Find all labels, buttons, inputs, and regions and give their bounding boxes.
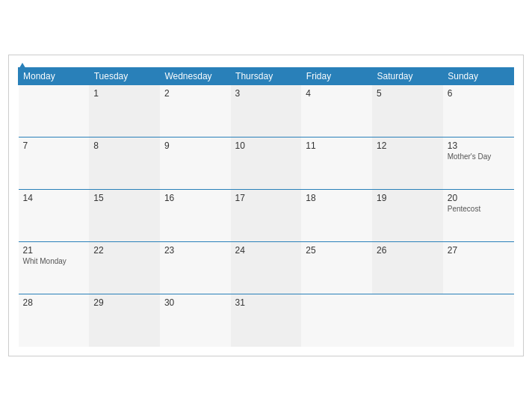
day-cell: 2 [160, 85, 231, 137]
day-cell [372, 294, 443, 347]
day-cell: 29 [89, 294, 160, 347]
day-number: 14 [23, 193, 85, 203]
day-cell: 12 [372, 137, 443, 190]
day-cell: 10 [231, 137, 302, 190]
day-event: Mother's Day [448, 152, 510, 161]
day-cell: 28 [19, 294, 90, 347]
week-row-5: 28293031 [19, 294, 514, 347]
week-row-1: 123456 [19, 85, 514, 137]
day-cell: 3 [231, 85, 302, 137]
weekday-header-thursday: Thursday [231, 68, 302, 85]
day-cell: 1 [89, 85, 160, 137]
week-row-3: 14151617181920Pentecost [19, 190, 514, 242]
day-cell: 24 [231, 242, 302, 294]
week-row-4: 21Whit Monday222324252627 [19, 242, 514, 294]
day-cell: 9 [160, 137, 231, 190]
day-cell: 4 [301, 85, 372, 137]
weekday-header-wednesday: Wednesday [160, 68, 231, 85]
day-number: 12 [377, 140, 439, 151]
day-number: 28 [23, 297, 85, 308]
day-number: 30 [164, 297, 226, 308]
day-number: 27 [448, 245, 510, 256]
day-cell: 18 [301, 190, 372, 242]
day-number: 31 [235, 297, 297, 308]
day-cell [301, 294, 372, 347]
day-number: 5 [377, 88, 439, 99]
day-cell: 31 [231, 294, 302, 347]
calendar-container: MondayTuesdayWednesdayThursdayFridaySatu… [8, 55, 524, 356]
day-cell: 22 [89, 242, 160, 294]
day-number: 23 [164, 245, 226, 256]
day-cell [19, 85, 90, 137]
day-number: 20 [448, 193, 510, 203]
day-number: 21 [23, 245, 85, 256]
day-cell: 20Pentecost [443, 190, 514, 242]
weekday-header-row: MondayTuesdayWednesdayThursdayFridaySatu… [19, 68, 514, 85]
day-cell [443, 294, 514, 347]
day-event: Whit Monday [23, 257, 85, 265]
day-number: 9 [164, 140, 226, 151]
day-number: 24 [235, 245, 297, 256]
day-cell: 21Whit Monday [19, 242, 90, 294]
day-cell: 8 [89, 137, 160, 190]
day-cell: 16 [160, 190, 231, 242]
day-number: 26 [377, 245, 439, 256]
day-cell: 25 [301, 242, 372, 294]
day-cell: 27 [443, 242, 514, 294]
day-number: 29 [93, 297, 155, 308]
weekday-header-saturday: Saturday [372, 68, 443, 85]
logo-blue-text [18, 63, 28, 70]
logo-triangle-icon [18, 63, 27, 70]
day-cell: 26 [372, 242, 443, 294]
day-cell: 13Mother's Day [443, 137, 514, 190]
day-cell: 23 [160, 242, 231, 294]
day-number: 25 [306, 245, 368, 256]
day-number: 13 [448, 140, 510, 151]
day-number: 8 [93, 140, 155, 151]
day-number: 1 [93, 88, 155, 99]
day-number: 22 [93, 245, 155, 256]
logo [18, 63, 28, 70]
day-cell: 5 [372, 85, 443, 137]
weekday-header-monday: Monday [19, 68, 90, 85]
day-number: 15 [93, 193, 155, 203]
weekday-header-friday: Friday [301, 68, 372, 85]
day-cell: 6 [443, 85, 514, 137]
day-number: 4 [306, 88, 368, 99]
day-cell: 17 [231, 190, 302, 242]
day-number: 17 [235, 193, 297, 203]
day-number: 11 [306, 140, 368, 151]
day-cell: 19 [372, 190, 443, 242]
calendar-grid: MondayTuesdayWednesdayThursdayFridaySatu… [18, 67, 514, 347]
day-cell: 11 [301, 137, 372, 190]
week-row-2: 78910111213Mother's Day [19, 137, 514, 190]
day-cell: 14 [19, 190, 90, 242]
day-number: 16 [164, 193, 226, 203]
day-cell: 30 [160, 294, 231, 347]
day-event: Pentecost [448, 205, 510, 213]
weekday-header-tuesday: Tuesday [89, 68, 160, 85]
day-number: 6 [448, 88, 510, 99]
day-number: 7 [23, 140, 85, 151]
day-number: 10 [235, 140, 297, 151]
day-number: 2 [164, 88, 226, 99]
weekday-header-sunday: Sunday [443, 68, 514, 85]
day-cell: 7 [19, 137, 90, 190]
day-number: 18 [306, 193, 368, 203]
day-number: 3 [235, 88, 297, 99]
day-cell: 15 [89, 190, 160, 242]
day-number: 19 [377, 193, 439, 203]
